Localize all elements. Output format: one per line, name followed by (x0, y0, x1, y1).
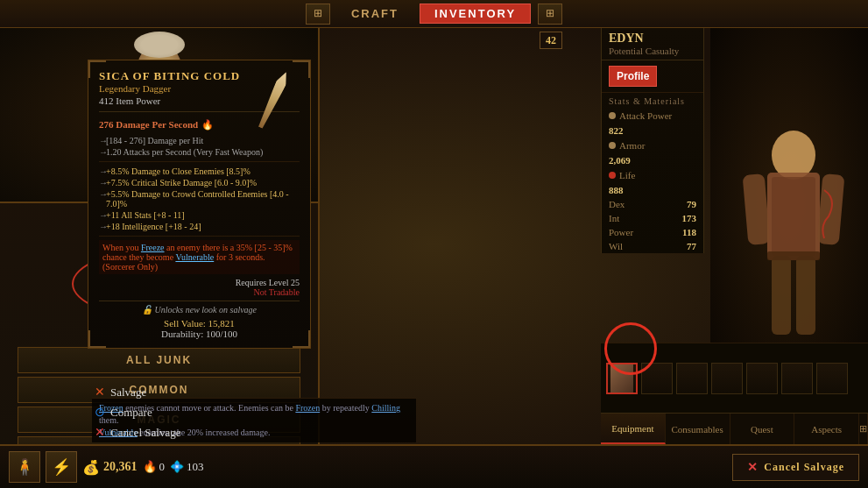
svg-rect-2 (772, 177, 815, 256)
int-label: Int (609, 213, 619, 223)
power-label: Power (609, 227, 633, 237)
armor-icon (609, 142, 616, 149)
svg-rect-5 (772, 256, 791, 335)
armor-value-row: 2,069 (602, 153, 703, 167)
armor-value: 2,069 (609, 155, 631, 166)
eq-slot-4[interactable] (711, 363, 743, 394)
item-stat-int: +18 Intelligence [+18 - 24] (99, 221, 300, 232)
resource2-value: 103 (187, 460, 204, 474)
item-stat-attack-speed: 1.20 Attacks per Second (Very Fast Weapo… (99, 146, 300, 158)
item-stat-legendary: When you Freeze an enemy there is a 35% … (99, 240, 300, 274)
character-display (710, 28, 868, 383)
nav-icon-right[interactable]: ⊞ (538, 4, 562, 25)
eq-slot-6[interactable] (781, 363, 813, 394)
attack-power-value: 822 (609, 125, 624, 136)
resource1-icon: 🔥 (143, 460, 157, 474)
gold-value: 20,361 (103, 460, 138, 474)
attack-power-row: Attack Power (602, 108, 703, 124)
power-row: Power 118 (602, 225, 703, 239)
power-value: 118 (682, 227, 696, 237)
cancel-action-icon: ✕ (95, 425, 105, 440)
equipment-grid (601, 343, 868, 413)
attack-value-row: 822 (602, 124, 703, 138)
item-requires-level: Requires Level 25 (99, 278, 300, 287)
eq-slot-5[interactable] (746, 363, 778, 394)
life-value-row: 888 (602, 183, 703, 197)
cancel-action-btn[interactable]: ✕ Cancel Salvage (88, 422, 188, 442)
life-label: Life (619, 170, 635, 180)
stats-section-title: Stats & Materials (602, 92, 703, 108)
dex-row: Dex 79 (602, 197, 703, 211)
resource1-value: 0 (159, 460, 166, 474)
dex-value: 79 (687, 199, 696, 209)
bottom-bar: 🧍 ⚡ 💰 20,361 🔥 0 💠 103 ✕ Cancel Salvage (0, 444, 868, 488)
life-value: 888 (609, 185, 624, 195)
resource2-amount: 💠 103 (170, 460, 204, 474)
nav-icon-left[interactable]: ⊞ (306, 4, 330, 25)
wil-row: Wil 77 (602, 239, 703, 253)
resource1-amount: 🔥 0 (143, 460, 166, 474)
cancel-salvage-button[interactable]: ✕ Cancel Salvage (732, 454, 859, 481)
armor-row: Armor (602, 138, 703, 153)
item-card: SICA OF BITING COLD Legendary Dagger 412… (88, 60, 311, 349)
resource2-icon: 💠 (170, 460, 184, 474)
level-badge: 42 (540, 32, 562, 49)
skills-icon-btn[interactable]: ⚡ (46, 451, 77, 483)
item-stat-crowd: +5.5% Damage to Crowd Controlled Enemies… (99, 188, 300, 209)
compare-icon: ⊙ (95, 405, 105, 420)
craft-tab[interactable]: CRAFT (337, 4, 413, 24)
item-stat-allstats: +11 All Stats [+8 - 11] (99, 209, 300, 221)
stats-panel: EDYN Potential Casualty Profile Stats & … (601, 28, 704, 253)
item-stat-close-dmg: +8.5% Damage to Close Enemies [8.5]% (99, 166, 300, 177)
item-stat-damage-range: [184 - 276] Damage per Hit (99, 135, 300, 146)
eq-slot-2[interactable] (641, 363, 673, 394)
life-icon (609, 172, 616, 179)
eq-slot-dagger[interactable] (606, 363, 638, 394)
quest-tab[interactable]: Quest (730, 414, 795, 444)
item-sell-value: Sell Value: 15,821 (99, 318, 300, 329)
dex-label: Dex (609, 199, 625, 209)
gold-amount: 💰 20,361 (82, 459, 138, 476)
all-junk-btn[interactable]: ALL JUNK (18, 347, 300, 373)
gold-icon: 💰 (82, 459, 100, 476)
salvage-x-icon: ✕ (95, 385, 105, 400)
char-name: EDYN (609, 32, 696, 46)
svg-point-0 (772, 131, 815, 180)
consumables-tab[interactable]: Consumables (666, 414, 730, 444)
svg-rect-6 (796, 256, 815, 335)
int-row: Int 173 (602, 211, 703, 225)
cancel-salvage-icon: ✕ (747, 460, 759, 475)
item-actions-area: ✕ Salvage ⊙ Compare ✕ Cancel Salvage (88, 382, 188, 442)
item-unlocks-look: 🔓 Unlocks new look on salvage (99, 301, 300, 315)
dagger-icon (256, 70, 291, 131)
int-value: 173 (682, 213, 697, 223)
char-subtitle: Potential Casualty (609, 46, 696, 56)
character-svg (719, 103, 868, 383)
item-durability: Durability: 100/100 (99, 329, 300, 339)
eq-slot-3[interactable] (676, 363, 708, 394)
cancel-action-label: Cancel Salvage (110, 426, 181, 440)
eq-slot-7[interactable] (816, 363, 848, 394)
salvage-action-label: Salvage (110, 385, 146, 400)
inventory-tab[interactable]: INVENTORY (420, 4, 531, 24)
svg-rect-7 (767, 251, 820, 260)
aspects-tab[interactable]: Aspects (794, 414, 859, 444)
attack-power-label: Attack Power (619, 110, 672, 121)
profile-button[interactable]: Profile (609, 66, 657, 87)
equipment-tab-extra[interactable]: ⊞ (859, 414, 868, 444)
character-icon-btn[interactable]: 🧍 (9, 451, 40, 483)
top-navigation: ⊞ CRAFT INVENTORY ⊞ (0, 0, 868, 28)
armor-label: Armor (619, 140, 645, 151)
eq-slot-dagger-icon (610, 364, 633, 393)
attack-power-icon (609, 112, 616, 119)
item-stat-crit: +7.5% Critical Strike Damage [6.0 - 9.0]… (99, 177, 300, 188)
item-image (259, 69, 303, 139)
svg-rect-3 (743, 173, 771, 245)
equipment-tab[interactable]: Equipment (601, 414, 666, 444)
life-row: Life (602, 167, 703, 183)
cancel-salvage-label: Cancel Salvage (764, 461, 844, 474)
compare-action-btn[interactable]: ⊙ Compare (88, 402, 188, 422)
item-not-tradable: Not Tradable (99, 287, 300, 297)
wil-value: 77 (687, 241, 696, 251)
salvage-action-btn[interactable]: ✕ Salvage (88, 382, 188, 402)
